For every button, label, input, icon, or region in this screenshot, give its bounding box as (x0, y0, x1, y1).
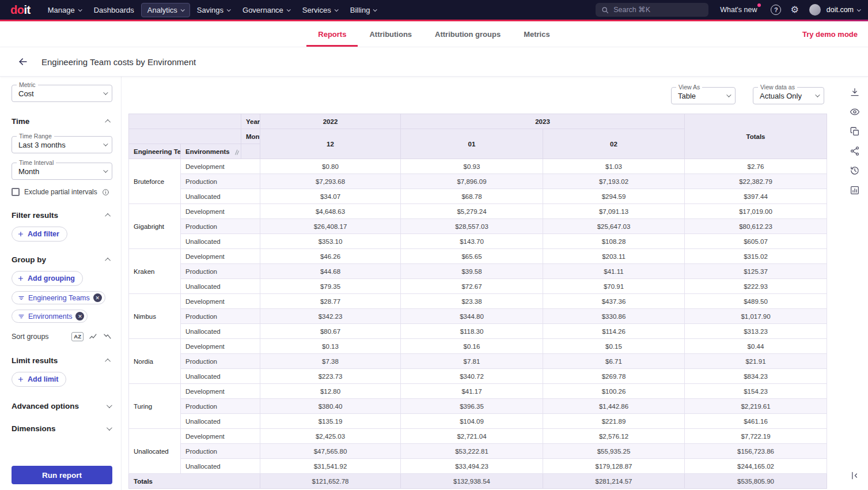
engineering-teams-column-header: Engineering Teams (129, 144, 181, 159)
notification-dot (757, 3, 761, 7)
group-by-title: Group by (12, 255, 46, 264)
group-by-section-header[interactable]: Group by (12, 255, 112, 264)
sort-descending-icon[interactable] (103, 333, 112, 340)
value-cell: $26,408.17 (260, 219, 401, 234)
chevron-up-icon (105, 358, 111, 364)
year-2023-header: 2023 (401, 114, 685, 129)
settings-gear-icon[interactable]: ⚙ (790, 5, 798, 14)
nav-item-analytics[interactable]: Analytics (141, 3, 190, 17)
chevron-down-icon (227, 7, 231, 12)
collapse-panel-icon[interactable] (850, 470, 860, 481)
back-button[interactable] (17, 56, 29, 67)
user-avatar[interactable] (809, 4, 821, 16)
view-as-value: Table (678, 92, 696, 100)
remove-chip-icon[interactable]: ✕ (75, 312, 84, 321)
nav-item-dashboards[interactable]: Dashboards (88, 3, 140, 17)
add-grouping-button[interactable]: Add grouping (12, 271, 83, 286)
environment-cell: Production (181, 444, 260, 459)
download-icon[interactable] (850, 87, 860, 97)
environment-cell: Production (181, 264, 260, 279)
sort-ascending-icon[interactable] (89, 333, 98, 340)
nav-item-billing[interactable]: Billing (344, 3, 382, 17)
value-cell: $2,721.04 (401, 429, 543, 444)
sort-alphabetical-button[interactable]: AZ (71, 332, 84, 341)
search-input[interactable] (613, 6, 706, 14)
whats-new-link[interactable]: What's new (720, 6, 760, 14)
value-cell: $70.91 (543, 279, 685, 294)
value-cell: $44.68 (260, 264, 401, 279)
report-table-body: BruteforceDevelopment$0.80$0.93$1.03$2.7… (129, 159, 827, 489)
month-label: Month (241, 129, 260, 144)
column-resize-handle[interactable] (234, 149, 239, 156)
team-cell: Bruteforce (129, 159, 181, 204)
exclude-partial-row: Exclude partial intervals (12, 188, 112, 196)
value-cell: $34.07 (260, 189, 401, 204)
value-cell: $114.26 (543, 324, 685, 339)
view-data-as-select[interactable]: View data as Actuals Only (753, 87, 824, 104)
view-as-select[interactable]: View As Table (671, 87, 736, 104)
limit-results-section-header[interactable]: Limit results (12, 356, 112, 365)
time-range-select[interactable]: Time Range Last 3 months (12, 136, 112, 153)
nav-item-manage[interactable]: Manage (42, 3, 87, 17)
tab-reports[interactable]: Reports (306, 21, 358, 47)
environments-column-header: Environments (181, 144, 241, 159)
filter-results-section-header[interactable]: Filter results (12, 211, 112, 220)
add-limit-button[interactable]: Add limit (12, 372, 66, 387)
history-icon[interactable] (850, 165, 860, 176)
preview-eye-icon[interactable] (850, 107, 860, 117)
plus-icon (17, 231, 24, 238)
value-cell: $0.15 (543, 339, 685, 354)
nav-item-savings[interactable]: Savings (191, 3, 236, 17)
value-cell: $179,128.87 (543, 459, 685, 474)
limit-results-title: Limit results (12, 356, 58, 365)
table-row: Unallocated$223.73$340.72$269.78$834.23 (129, 369, 827, 384)
view-as-label: View As (676, 84, 702, 91)
filter-results-title: Filter results (12, 211, 58, 220)
value-cell: $17,019.00 (685, 204, 827, 219)
share-icon[interactable] (850, 146, 860, 156)
environment-cell: Production (181, 174, 260, 189)
doit-logo[interactable]: doit (10, 4, 31, 16)
add-filter-button[interactable]: Add filter (12, 227, 67, 242)
account-menu[interactable]: doit.com (827, 6, 860, 14)
table-row: Production$47,565.80$53,222.81$55,935.25… (129, 444, 827, 459)
chevron-up-icon (105, 119, 111, 125)
time-interval-select[interactable]: Time Interval Month (12, 163, 112, 180)
grouping-chip-engineering-teams[interactable]: Engineering Teams ✕ (12, 291, 105, 304)
remove-chip-icon[interactable]: ✕ (93, 293, 102, 302)
dimensions-section-header[interactable]: Dimensions (12, 424, 112, 433)
totals-value-cell: $281,214.57 (543, 474, 685, 489)
grouping-chip-environments[interactable]: Environments ✕ (12, 310, 88, 323)
month-02-header: 02 (543, 129, 685, 159)
run-report-button[interactable]: Run report (12, 466, 112, 484)
table-row: NimbusDevelopment$28.77$23.38$437.36$489… (129, 294, 827, 309)
report-content: Metric Cost Time Time Range Last 3 month… (0, 77, 868, 490)
time-section-header[interactable]: Time (12, 117, 112, 126)
chart-widget-icon[interactable] (850, 185, 860, 195)
chevron-down-icon (78, 7, 82, 12)
environment-cell: Unallocated (181, 279, 260, 294)
value-cell: $39.58 (401, 264, 543, 279)
try-demo-mode-link[interactable]: Try demo mode (802, 21, 858, 47)
nav-item-governance[interactable]: Governance (237, 3, 295, 17)
info-icon[interactable] (102, 189, 109, 196)
metric-select[interactable]: Metric Cost (12, 85, 112, 102)
value-cell: $294.59 (543, 189, 685, 204)
value-cell: $21.91 (685, 354, 827, 369)
value-cell: $340.72 (401, 369, 543, 384)
value-cell: $0.13 (260, 339, 401, 354)
tab-attribution-groups[interactable]: Attribution groups (423, 21, 512, 47)
advanced-options-section-header[interactable]: Advanced options (12, 402, 112, 410)
value-cell: $380.40 (260, 399, 401, 414)
exclude-partial-checkbox[interactable] (12, 188, 20, 196)
help-icon[interactable]: ? (771, 5, 781, 15)
value-cell: $0.44 (685, 339, 827, 354)
tab-metrics[interactable]: Metrics (512, 21, 562, 47)
advanced-options-title: Advanced options (12, 402, 79, 410)
tab-attributions[interactable]: Attributions (358, 21, 423, 47)
copy-icon[interactable] (850, 126, 860, 137)
environment-cell: Unallocated (181, 234, 260, 249)
global-search[interactable] (596, 3, 708, 17)
chevron-down-icon (815, 92, 820, 97)
nav-item-services[interactable]: Services (297, 3, 343, 17)
